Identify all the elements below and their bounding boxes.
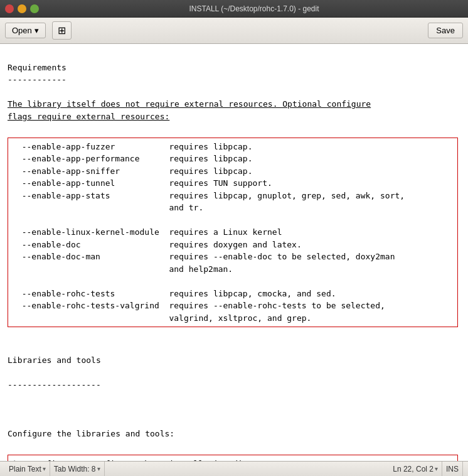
toolbar: Open ▾ ⊞ Save — [0, 18, 468, 44]
open-arrow: ▾ — [35, 26, 39, 35]
options-box: --enable-app-fuzzer requires libpcap. --… — [8, 138, 458, 328]
tab-width-chevron: ▾ — [97, 465, 100, 472]
ins-mode[interactable]: INS — [442, 462, 463, 476]
editor-area: Requirements ------------ The library it… — [0, 44, 468, 461]
requirements-heading: Requirements ------------ — [8, 63, 66, 85]
libraries-heading: Libraries and tools — [8, 355, 101, 365]
cursor-position[interactable]: Ln 22, Col 2 ▾ — [389, 462, 442, 476]
tab-width-selector[interactable]: Tab Width: 8 ▾ — [50, 462, 105, 476]
ins-label: INS — [446, 465, 459, 473]
plain-text-chevron: ▾ — [43, 465, 46, 472]
configure-intro: Configure the libraries and tools: — [8, 429, 174, 438]
window-controls — [5, 4, 39, 13]
configure-cmd-box: $ ./configure --prefix=/path/to/installa… — [8, 455, 458, 461]
libraries-underline: ------------------- — [8, 380, 101, 389]
plain-text-selector[interactable]: Plain Text ▾ — [5, 462, 50, 476]
pin-button[interactable]: ⊞ — [52, 21, 72, 40]
save-button[interactable]: Save — [428, 23, 463, 38]
maximize-button[interactable] — [30, 4, 39, 13]
pin-icon: ⊞ — [58, 25, 66, 36]
statusbar: Plain Text ▾ Tab Width: 8 ▾ Ln 22, Col 2… — [0, 461, 468, 476]
window-title: INSTALL (~/Desktop/rohc-1.7.0) - gedit — [45, 4, 463, 13]
titlebar: INSTALL (~/Desktop/rohc-1.7.0) - gedit — [0, 0, 468, 18]
minimize-button[interactable] — [18, 4, 26, 13]
text-editor[interactable]: Requirements ------------ The library it… — [0, 44, 468, 461]
open-button[interactable]: Open ▾ — [5, 23, 46, 38]
position-chevron: ▾ — [435, 465, 438, 472]
underlined-sentence: The library itself does not require exte… — [8, 99, 371, 121]
position-label: Ln 22, Col 2 — [393, 465, 433, 473]
plain-text-label: Plain Text — [9, 465, 41, 473]
tab-width-label: Tab Width: 8 — [54, 465, 96, 473]
close-button[interactable] — [5, 4, 14, 13]
open-label: Open — [12, 26, 32, 35]
